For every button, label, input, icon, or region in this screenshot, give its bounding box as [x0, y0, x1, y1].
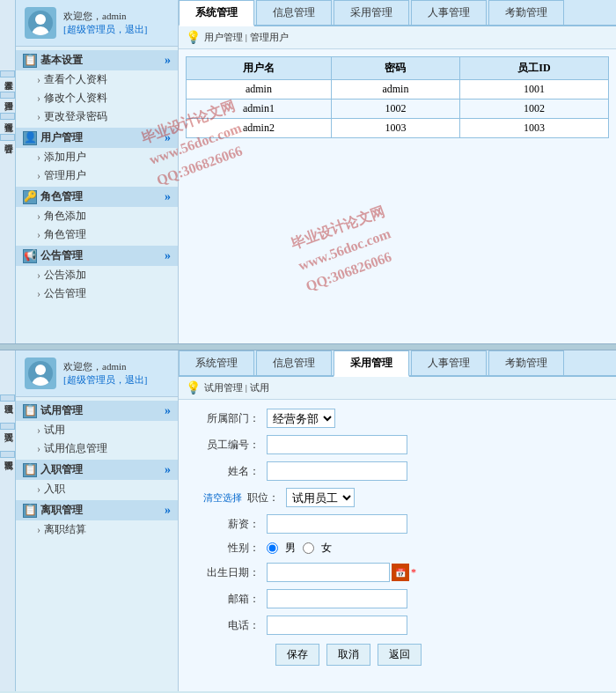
- input-empno[interactable]: [267, 435, 407, 454]
- sidebar-item-add-announcement[interactable]: 公告添加: [16, 266, 178, 284]
- welcome-text-top: 欢迎您，admin: [63, 10, 147, 23]
- select-position[interactable]: 试用员工: [286, 488, 355, 507]
- sidebar-header-top: 欢迎您，admin [超级管理员，退出]: [16, 0, 178, 47]
- section-header-gonggao[interactable]: 📢 公告管理 »: [16, 246, 178, 266]
- side-label-jiaose[interactable]: 角色管理: [0, 113, 15, 120]
- side-label-ruzheng[interactable]: 入职管理: [0, 423, 15, 430]
- tab-info-top[interactable]: 信息管理: [256, 0, 332, 25]
- tab-info-bottom[interactable]: 信息管理: [256, 350, 332, 375]
- section-title-gonggao: 公告管理: [40, 248, 83, 263]
- side-label-yonghu[interactable]: 用户管理: [0, 92, 15, 99]
- input-email[interactable]: [267, 589, 407, 608]
- col-password: 密码: [331, 57, 459, 80]
- sidebar-item-offboard[interactable]: 离职结算: [16, 520, 178, 539]
- input-phone[interactable]: [267, 616, 407, 635]
- table-row: admin2 1003 1003: [187, 119, 609, 138]
- expand-icon-ruzheng[interactable]: »: [165, 463, 171, 477]
- sidebar-item-trial-info[interactable]: 试用信息管理: [16, 439, 178, 458]
- cell-password-1: admin: [331, 80, 459, 100]
- breadcrumb-bottom: 💡 试用管理 | 试用: [179, 377, 616, 400]
- form-row-phone: 电话：: [196, 616, 598, 635]
- section-lizheng: 📋 离职管理 » 离职结算: [16, 500, 178, 539]
- section-header-yonghu[interactable]: 👤 用户管理 »: [16, 128, 178, 148]
- label-gender: 性别：: [196, 541, 267, 556]
- tab-system-bottom[interactable]: 系统管理: [179, 350, 254, 375]
- logout-link-bottom[interactable]: [超级管理员，退出]: [63, 373, 147, 387]
- input-name[interactable]: [267, 461, 407, 481]
- tab-recruit-top[interactable]: 采用管理: [334, 0, 409, 25]
- form-row-empno: 员工编号：: [196, 435, 598, 454]
- sidebar-item-change-password[interactable]: 更改登录密码: [16, 107, 178, 126]
- avatar-bottom: [25, 358, 56, 389]
- section-shiyong: 📋 试用管理 » 试用 试用信息管理: [16, 401, 178, 458]
- radio-female[interactable]: [303, 542, 314, 554]
- logout-link-top[interactable]: [超级管理员，退出]: [63, 23, 147, 36]
- back-button[interactable]: 返回: [378, 644, 422, 666]
- welcome-text-bottom: 欢迎您，admin: [63, 360, 147, 373]
- avatar-icon-top: [28, 11, 53, 35]
- side-label-lizheng[interactable]: 离职管理: [0, 451, 15, 458]
- section-icon-ruzheng: 📋: [23, 463, 37, 477]
- form-row-gender: 性别： 男 女: [196, 541, 598, 556]
- sidebar-item-edit-profile[interactable]: 修改个人资料: [16, 89, 178, 107]
- expand-icon-lizheng[interactable]: »: [165, 504, 171, 518]
- label-birthday: 出生日期：: [196, 565, 267, 580]
- section-header-jiben[interactable]: 📋 基本设置 »: [16, 50, 178, 70]
- tab-attendance-bottom[interactable]: 考勤管理: [488, 350, 564, 375]
- side-label-shiyong[interactable]: 试用管理: [0, 394, 15, 402]
- form-row-salary: 薪资：: [196, 514, 598, 534]
- side-label-gonggao[interactable]: 公告管理: [0, 134, 15, 141]
- tab-hr-bottom[interactable]: 人事管理: [411, 350, 487, 375]
- section-header-shiyong[interactable]: 📋 试用管理 »: [16, 401, 178, 421]
- tab-recruit-bottom[interactable]: 采用管理: [334, 350, 409, 377]
- sidebar-item-manage-users[interactable]: 管理用户: [16, 166, 178, 185]
- sidebar-top: 欢迎您，admin [超级管理员，退出] 📋 基本设置 » 查看个人资料 修改个…: [16, 0, 179, 343]
- cell-password-3: 1003: [331, 119, 459, 138]
- required-mark: *: [411, 566, 416, 579]
- section-header-jiaose[interactable]: 🔑 角色管理 »: [16, 187, 178, 207]
- section-gonggao: 📢 公告管理 » 公告添加 公告管理: [16, 246, 178, 303]
- sidebar-item-trial[interactable]: 试用: [16, 421, 178, 439]
- users-table: 用户名 密码 员工ID admin admin 1001 admin1: [186, 56, 609, 138]
- form-row-name: 姓名：: [196, 461, 598, 481]
- cell-username-1: admin: [187, 80, 332, 100]
- avatar-top: [25, 7, 56, 39]
- cancel-button[interactable]: 取消: [326, 644, 370, 666]
- form-row-department: 所属部门： 经营务部: [196, 409, 598, 428]
- section-icon-lizheng: 📋: [23, 504, 37, 518]
- section-icon-jiaose: 🔑: [23, 190, 37, 204]
- expand-icon-yonghu[interactable]: »: [165, 131, 171, 145]
- clear-selection-link[interactable]: 清空选择: [203, 491, 242, 505]
- table-row: admin admin 1001: [187, 80, 609, 100]
- expand-icon-jiben[interactable]: »: [165, 54, 171, 68]
- save-button[interactable]: 保存: [275, 644, 319, 666]
- expand-icon-jiaose[interactable]: »: [165, 190, 171, 204]
- input-birthday[interactable]: [267, 563, 390, 582]
- sidebar-item-view-profile[interactable]: 查看个人资料: [16, 70, 178, 89]
- side-label-jiben[interactable]: 基本设置: [0, 70, 15, 77]
- main-content-bottom: 系统管理 信息管理 采用管理 人事管理 考勤管理 💡 试用管理 | 试用 所属部…: [179, 350, 616, 691]
- expand-icon-gonggao[interactable]: »: [165, 249, 171, 263]
- tab-hr-top[interactable]: 人事管理: [411, 0, 487, 25]
- radio-male[interactable]: [267, 542, 278, 554]
- input-salary[interactable]: [267, 514, 407, 534]
- sidebar-item-manage-announcements[interactable]: 公告管理: [16, 284, 178, 303]
- sidebar-item-manage-roles[interactable]: 角色管理: [16, 225, 178, 244]
- expand-icon-shiyong[interactable]: »: [165, 404, 171, 418]
- tab-system-top[interactable]: 系统管理: [179, 0, 254, 26]
- section-icon-jiben: 📋: [23, 54, 37, 68]
- sidebar-item-add-role[interactable]: 角色添加: [16, 207, 178, 225]
- table-row: admin1 1002 1002: [187, 100, 609, 119]
- sidebar-bottom: 欢迎您，admin [超级管理员，退出] 📋 试用管理 » 试用 试用信息管理: [16, 350, 179, 691]
- sidebar-item-onboard[interactable]: 入职: [16, 480, 178, 498]
- date-picker-button[interactable]: 📅: [392, 564, 409, 581]
- avatar-icon-bottom: [28, 361, 53, 386]
- cell-empid-3: 1003: [459, 119, 608, 138]
- sidebar-item-add-user[interactable]: 添加用户: [16, 148, 178, 166]
- select-department[interactable]: 经营务部: [267, 409, 335, 428]
- section-header-lizheng[interactable]: 📋 离职管理 »: [16, 500, 178, 520]
- tab-bar-top: 系统管理 信息管理 采用管理 人事管理 考勤管理: [179, 0, 616, 26]
- cell-username-2: admin1: [187, 100, 332, 119]
- section-header-ruzheng[interactable]: 📋 入职管理 »: [16, 460, 178, 480]
- tab-attendance-top[interactable]: 考勤管理: [488, 0, 564, 25]
